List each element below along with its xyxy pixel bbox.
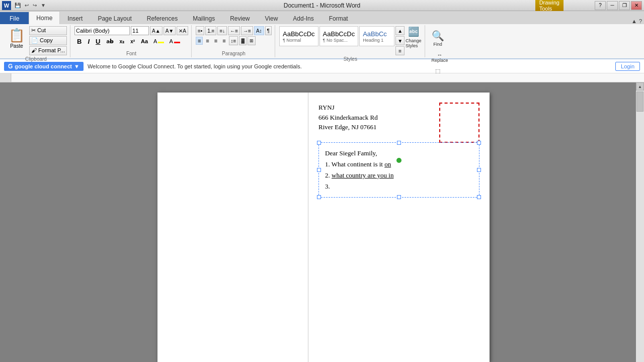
highlight-btn[interactable]: A bbox=[151, 37, 166, 45]
style-no-spacing[interactable]: AaBbCcDc ¶ No Spac... bbox=[319, 26, 359, 46]
find-icon: 🔍 bbox=[432, 30, 444, 42]
text-box[interactable]: Dear Siegel Family, 1. What continent is… bbox=[318, 142, 479, 198]
redo-qa-btn[interactable]: ↪ bbox=[31, 2, 38, 9]
format-painter-btn[interactable]: 🖌 Format P... bbox=[29, 46, 67, 55]
subscript-btn[interactable]: x₂ bbox=[117, 36, 127, 46]
decrease-font-btn[interactable]: A▼ bbox=[164, 26, 176, 35]
handle-bot-mid[interactable] bbox=[397, 195, 401, 199]
style-normal-preview: AaBbCcDc bbox=[283, 30, 315, 38]
paste-button[interactable]: 📋 Paste bbox=[5, 26, 28, 50]
ribbon-tabs: File Home Insert Page Layout References … bbox=[0, 11, 644, 24]
underline-btn[interactable]: U bbox=[93, 36, 103, 46]
document-page: RYNJ 666 Kinderkamack Rd River Edge, NJ … bbox=[157, 93, 490, 362]
style-no-spacing-preview: AaBbCcDc bbox=[323, 30, 355, 38]
decrease-indent-btn[interactable]: ←≡ bbox=[228, 26, 240, 35]
vertical-ruler-side bbox=[0, 82, 11, 362]
increase-font-btn[interactable]: A▲ bbox=[150, 26, 163, 35]
cloud-dropdown-icon[interactable]: ▼ bbox=[74, 63, 79, 69]
bold-btn[interactable]: B bbox=[74, 36, 84, 46]
replace-label: Replace bbox=[432, 58, 448, 63]
editing-group: 🔍 Find ↔ Replace ⬚ Select Editing bbox=[426, 25, 466, 57]
paragraph-label: Paragraph bbox=[196, 51, 272, 56]
styles-nav: ▲ ▼ ≡ bbox=[395, 26, 405, 55]
cloud-connect-label: google cloud connect bbox=[15, 63, 72, 69]
align-center-btn[interactable]: ≡ bbox=[204, 37, 211, 45]
show-para-btn[interactable]: ¶ bbox=[265, 26, 272, 35]
find-btn[interactable]: 🔍 Find bbox=[429, 28, 447, 48]
ribbon-content: 📋 Paste ✂ Cut 📄 Copy 🖌 Format P... Clipb… bbox=[0, 24, 644, 59]
login-button[interactable]: Login bbox=[615, 62, 640, 71]
ribbon-help-btn[interactable]: ? bbox=[639, 18, 642, 24]
close-btn[interactable]: ✕ bbox=[631, 1, 642, 10]
align-left-btn[interactable]: ≡ bbox=[196, 37, 203, 45]
page-left bbox=[157, 93, 308, 362]
style-heading1[interactable]: AaBbCc Heading 1 bbox=[359, 26, 394, 46]
handle-bot-right[interactable] bbox=[477, 195, 481, 199]
multilevel-btn[interactable]: ≡↓ bbox=[217, 26, 227, 35]
style-no-spacing-label: ¶ No Spac... bbox=[323, 38, 348, 43]
styles-more-btn[interactable]: ≡ bbox=[395, 46, 405, 55]
border-btn[interactable]: ⊞ bbox=[248, 36, 256, 45]
tab-file[interactable]: File bbox=[0, 12, 29, 24]
font-size-input[interactable] bbox=[131, 26, 149, 35]
font-color-btn[interactable]: A bbox=[167, 37, 182, 45]
editing-content: 🔍 Find ↔ Replace ⬚ Select bbox=[429, 26, 463, 81]
clear-format-btn[interactable]: ✕A bbox=[177, 26, 188, 35]
change-styles-icon: 🔤 bbox=[408, 26, 419, 37]
dropdown-qa-btn[interactable]: ▼ bbox=[39, 2, 47, 9]
tab-view[interactable]: View bbox=[258, 12, 286, 24]
shading-btn[interactable]: ▓ bbox=[239, 36, 247, 45]
handle-top-left[interactable] bbox=[317, 141, 321, 145]
strikethrough-btn[interactable]: ab̶ bbox=[104, 36, 116, 46]
case-btn[interactable]: Aa bbox=[138, 36, 150, 46]
styles-group: AaBbCcDc ¶ Normal AaBbCcDc ¶ No Spac... … bbox=[276, 25, 425, 57]
tab-format[interactable]: Format bbox=[321, 12, 356, 24]
handle-mid-right[interactable] bbox=[477, 168, 481, 172]
italic-btn[interactable]: I bbox=[85, 36, 92, 46]
line-spacing-btn[interactable]: ↕≡ bbox=[229, 36, 238, 45]
scroll-up-btn[interactable]: ▲ bbox=[636, 82, 644, 90]
tab-review[interactable]: Review bbox=[222, 12, 257, 24]
replace-btn[interactable]: ↔ Replace bbox=[429, 50, 451, 64]
scroll-thumb[interactable] bbox=[636, 92, 643, 112]
sort-btn[interactable]: A↕ bbox=[254, 26, 264, 35]
styles-up-btn[interactable]: ▲ bbox=[395, 26, 405, 35]
tab-home[interactable]: Home bbox=[29, 11, 60, 24]
minimize-btn[interactable]: ─ bbox=[607, 1, 618, 10]
tab-insert[interactable]: Insert bbox=[60, 12, 90, 24]
handle-bot-left[interactable] bbox=[317, 195, 321, 199]
tab-page-layout[interactable]: Page Layout bbox=[90, 12, 139, 24]
item2-prefix: 2. bbox=[325, 171, 332, 179]
handle-top-right[interactable] bbox=[477, 141, 481, 145]
superscript-btn[interactable]: x² bbox=[128, 36, 137, 46]
copy-btn[interactable]: 📄 Copy bbox=[29, 36, 67, 45]
font-content: A▲ A▼ ✕A B I U ab̶ x₂ x² Aa A A bbox=[74, 26, 188, 50]
item1-underline: on bbox=[384, 160, 391, 168]
handle-top-mid[interactable] bbox=[397, 141, 401, 145]
document-area[interactable]: RYNJ 666 Kinderkamack Rd River Edge, NJ … bbox=[11, 82, 636, 362]
tab-mailings[interactable]: Mailings bbox=[185, 12, 222, 24]
ruler-container bbox=[0, 73, 644, 82]
bullets-btn[interactable]: ≡• bbox=[196, 26, 204, 35]
para-controls: ≡• 1.≡ ≡↓ ←≡ →≡ A↕ ¶ ≡ ≡ ≡ ≡ ↕≡ ▓ ⊞ bbox=[196, 26, 272, 45]
text-item3: 3. bbox=[325, 181, 473, 192]
tab-add-ins[interactable]: Add-Ins bbox=[285, 12, 321, 24]
scroll-track[interactable] bbox=[636, 90, 643, 362]
svg-rect-0 bbox=[11, 73, 644, 82]
styles-down-btn[interactable]: ▼ bbox=[395, 36, 405, 45]
undo-qa-btn[interactable]: ↩ bbox=[23, 2, 30, 9]
ribbon-collapse-btn[interactable]: ▲ bbox=[631, 18, 637, 24]
save-qa-btn[interactable]: 💾 bbox=[13, 2, 22, 9]
handle-mid-left[interactable] bbox=[317, 168, 321, 172]
align-justify-btn[interactable]: ≡ bbox=[220, 37, 227, 45]
numbering-btn[interactable]: 1.≡ bbox=[205, 26, 216, 35]
align-right-btn[interactable]: ≡ bbox=[212, 37, 219, 45]
paste-label: Paste bbox=[10, 43, 23, 49]
cut-btn[interactable]: ✂ Cut bbox=[29, 26, 67, 35]
restore-btn[interactable]: ❐ bbox=[619, 1, 630, 10]
help-btn[interactable]: ? bbox=[595, 1, 606, 10]
font-name-input[interactable] bbox=[74, 26, 130, 35]
increase-indent-btn[interactable]: →≡ bbox=[241, 26, 253, 35]
style-normal[interactable]: AaBbCcDc ¶ Normal bbox=[279, 26, 318, 46]
tab-references[interactable]: References bbox=[139, 12, 185, 24]
